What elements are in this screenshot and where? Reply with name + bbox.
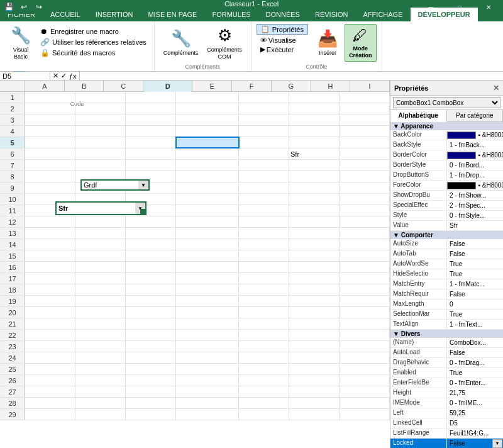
ribbon-tab-mise-en-page[interactable]: MISE EN PAGE — [140, 8, 204, 21]
props-tab-par-categorie[interactable]: Par catégorie — [447, 110, 504, 121]
cell-B4[interactable] — [75, 126, 126, 137]
cell-E14[interactable] — [239, 239, 289, 250]
row-number-7[interactable]: 7 — [0, 160, 25, 171]
cell-E28[interactable] — [239, 398, 289, 408]
cell-B26[interactable] — [75, 375, 126, 386]
ribbon-tab-insertion[interactable]: INSERTION — [88, 8, 141, 21]
cell-A21[interactable] — [25, 318, 75, 329]
cell-A27[interactable] — [25, 386, 75, 397]
cell-C26[interactable] — [126, 375, 176, 386]
confirm-formula-icon[interactable]: ✓ — [61, 72, 67, 80]
props-row[interactable]: MaxLength0 — [390, 300, 503, 310]
cell-F12[interactable] — [289, 216, 340, 227]
cell-E3[interactable] — [239, 115, 289, 125]
cell-F9[interactable] — [289, 182, 340, 193]
cell-F28[interactable] — [289, 398, 340, 408]
cell-C27[interactable] — [126, 386, 176, 397]
cell-G24[interactable] — [340, 352, 390, 363]
cell-F22[interactable] — [289, 330, 340, 340]
props-row[interactable]: Style0 - fmStyle... — [390, 211, 503, 221]
cell-C3[interactable] — [126, 115, 176, 125]
row-number-27[interactable]: 27 — [0, 386, 25, 397]
col-header-A[interactable]: A — [25, 81, 65, 92]
col-header-D[interactable]: D — [143, 81, 192, 92]
row-number-22[interactable]: 22 — [0, 330, 25, 340]
cell-C7[interactable] — [126, 160, 176, 171]
ribbon-tab-formules[interactable]: FORMULES — [204, 8, 258, 21]
cell-B6[interactable] — [75, 148, 126, 159]
cell-B19[interactable] — [75, 296, 126, 306]
props-section-comporter[interactable]: ▼ Comporter — [390, 231, 503, 239]
cell-B12[interactable] — [75, 216, 126, 227]
cell-G2[interactable] — [340, 103, 390, 114]
cell-A22[interactable] — [25, 330, 75, 340]
cell-G3[interactable] — [340, 115, 390, 125]
cell-F16[interactable] — [289, 262, 340, 272]
cell-C25[interactable] — [126, 364, 176, 374]
props-row[interactable]: MatchEntry1 - fmMatc... — [390, 279, 503, 289]
props-row[interactable]: AutoTabFalse — [390, 249, 503, 259]
cell-F20[interactable] — [289, 307, 340, 318]
cell-F15[interactable] — [289, 250, 340, 261]
cell-F23[interactable] — [289, 341, 340, 352]
cell-A8[interactable] — [25, 171, 75, 182]
cell-A25[interactable] — [25, 364, 75, 374]
props-row[interactable]: DragBehavic0 - fmDrag... — [390, 358, 503, 368]
cell-A13[interactable] — [25, 228, 75, 238]
props-row[interactable]: BackColor▪ &H8000... — [390, 130, 503, 140]
cell-C12[interactable] — [126, 216, 176, 227]
col-header-B[interactable]: B — [65, 81, 104, 92]
macro-security-button[interactable]: 🔒 Sécurité des macros — [38, 48, 149, 58]
combo-box-grdf[interactable]: Grdf ▼ — [80, 179, 150, 191]
insert-button[interactable]: 📥 Insérer — [312, 24, 343, 62]
cell-B21[interactable] — [75, 318, 126, 329]
cell-G13[interactable] — [340, 228, 390, 238]
save-icon[interactable]: 💾 — [3, 1, 15, 13]
cell-E19[interactable] — [239, 296, 289, 306]
cell-G9[interactable] — [340, 182, 390, 193]
name-box[interactable]: D5 — [0, 72, 50, 80]
cell-A15[interactable] — [25, 250, 75, 261]
props-row[interactable]: Height21,75 — [390, 388, 503, 398]
cell-F5[interactable] — [289, 137, 340, 148]
cell-F19[interactable] — [289, 296, 340, 306]
cell-G21[interactable] — [340, 318, 390, 329]
cell-A1[interactable] — [25, 92, 75, 103]
cell-F3[interactable] — [289, 115, 340, 125]
row-number-18[interactable]: 18 — [0, 284, 25, 295]
cell-G7[interactable] — [340, 160, 390, 171]
cell-F17[interactable] — [289, 273, 340, 284]
cell-G23[interactable] — [340, 341, 390, 352]
undo-icon[interactable]: ↩ — [18, 1, 30, 13]
ribbon-tab-révision[interactable]: RÉVISION — [307, 8, 356, 21]
close-button[interactable]: ✕ — [474, 0, 503, 14]
cell-D19[interactable] — [176, 296, 239, 306]
cell-C22[interactable] — [126, 330, 176, 340]
cell-G4[interactable] — [340, 126, 390, 137]
row-number-13[interactable]: 13 — [0, 228, 25, 238]
cell-E2[interactable] — [239, 103, 289, 114]
props-row[interactable]: BorderColor▪ &H8000... — [390, 150, 503, 160]
cell-E5[interactable] — [239, 137, 289, 148]
row-number-12[interactable]: 12 — [0, 216, 25, 227]
cell-D24[interactable] — [176, 352, 239, 363]
cell-D22[interactable] — [176, 330, 239, 340]
cell-G17[interactable] — [340, 273, 390, 284]
cell-F6[interactable]: Sfr — [289, 148, 340, 159]
cell-D6[interactable] — [176, 148, 239, 159]
cell-C16[interactable] — [126, 262, 176, 272]
col-header-E[interactable]: E — [192, 81, 232, 92]
cell-C21[interactable] — [126, 318, 176, 329]
cell-F10[interactable] — [289, 194, 340, 204]
cell-A6[interactable] — [25, 148, 75, 159]
row-number-10[interactable]: 10 — [0, 194, 25, 204]
cell-G16[interactable] — [340, 262, 390, 272]
cell-G14[interactable] — [340, 239, 390, 250]
props-row[interactable]: DropButtonS1 - fmDrop... — [390, 171, 503, 181]
row-number-9[interactable]: 9 — [0, 182, 25, 193]
col-header-H[interactable]: H — [311, 81, 351, 92]
cell-A3[interactable] — [25, 115, 75, 125]
col-header-F[interactable]: F — [232, 81, 272, 92]
cell-D2[interactable] — [176, 103, 239, 114]
cell-G19[interactable] — [340, 296, 390, 306]
